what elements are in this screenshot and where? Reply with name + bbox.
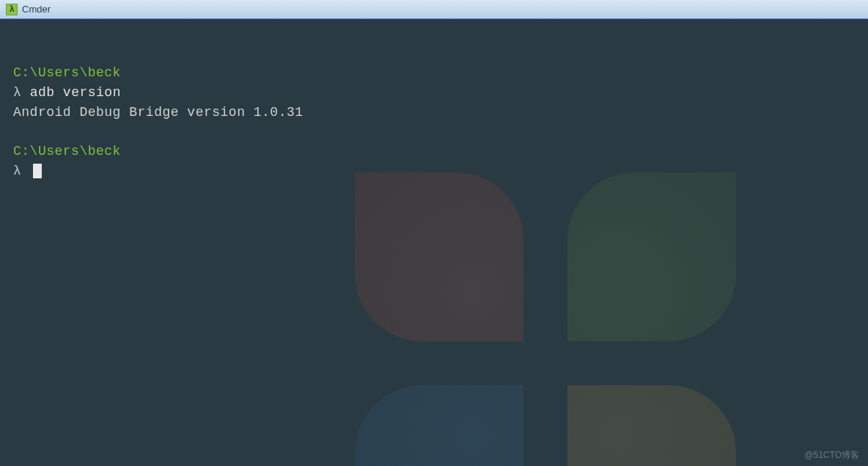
window-titlebar[interactable]: λ Cmder [0, 0, 868, 19]
app-icon: λ [6, 4, 18, 15]
prompt-path: C:\Users\beck [13, 144, 121, 159]
flag-green-icon [567, 172, 736, 341]
command-output: Android Debug Bridge version 1.0.31 [13, 103, 855, 123]
windows-logo-background [355, 172, 736, 466]
terminal-block: C:\Users\beck λ [13, 142, 855, 181]
terminal-area[interactable]: C:\Users\beck λ adb version Android Debu… [0, 19, 868, 194]
window-title: Cmder [22, 4, 51, 15]
watermark: @51CTO博客 [804, 449, 859, 462]
terminal-block: C:\Users\beck λ adb version Android Debu… [13, 63, 855, 123]
flag-red-icon [355, 172, 523, 341]
cursor [33, 164, 42, 178]
app-icon-glyph: λ [9, 4, 14, 15]
prompt-path: C:\Users\beck [13, 65, 121, 80]
flag-yellow-icon [567, 385, 736, 466]
prompt-lambda: λ [13, 164, 21, 178]
prompt-lambda: λ [13, 85, 21, 100]
command-text: adb version [30, 85, 121, 100]
flag-blue-icon [355, 385, 523, 466]
